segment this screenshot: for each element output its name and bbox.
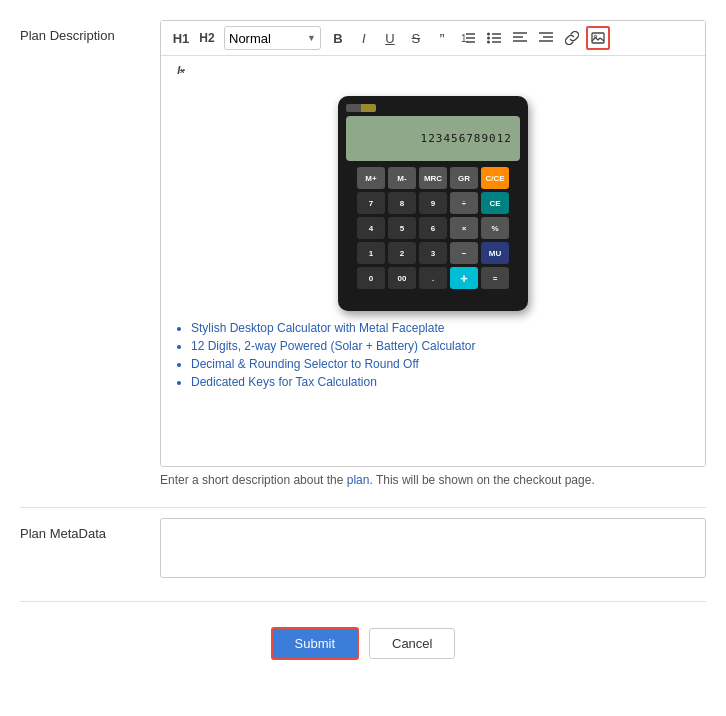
plan-metadata-label: Plan MetaData — [20, 518, 160, 541]
calc-btn-5: 5 — [388, 217, 416, 239]
calc-display: 123456789012 — [346, 116, 520, 161]
ordered-list-button[interactable]: 1. — [456, 26, 480, 50]
bullet-item-4: Dedicated Keys for Tax Calculation — [191, 375, 695, 389]
calc-btn-00: 00 — [388, 267, 416, 289]
editor-toolbar: H1 H2 Normal Heading 1 Heading 2 Heading… — [161, 21, 705, 56]
calc-btn-mrc: MRC — [419, 167, 447, 189]
calc-btn-2: 2 — [388, 242, 416, 264]
clear-format-button[interactable]: Ix — [169, 58, 193, 82]
calculator-image-container: 123456789012 M+ M- MRC GR C/CE — [171, 96, 695, 311]
image-button[interactable] — [586, 26, 610, 50]
calc-btn-mu: MU — [481, 242, 509, 264]
unordered-list-button[interactable] — [482, 26, 506, 50]
bullet-item-2: 12 Digits, 2-way Powered (Solar + Batter… — [191, 339, 695, 353]
bullet-list: Stylish Desktop Calculator with Metal Fa… — [171, 321, 695, 389]
cancel-button[interactable]: Cancel — [369, 628, 455, 659]
calculator-graphic: 123456789012 M+ M- MRC GR C/CE — [338, 96, 528, 311]
calc-btn-div: ÷ — [450, 192, 478, 214]
calc-btn-pct: % — [481, 217, 509, 239]
svg-rect-16 — [592, 33, 604, 43]
format-select[interactable]: Normal Heading 1 Heading 2 Heading 3 Pre… — [229, 31, 319, 46]
calc-btn-9: 9 — [419, 192, 447, 214]
calc-btn-3: 3 — [419, 242, 447, 264]
toolbar-row2: Ix — [161, 56, 705, 86]
page-wrapper: Plan Description H1 H2 Normal Heading 1 … — [0, 0, 726, 695]
align-right-button[interactable] — [534, 26, 558, 50]
quote-button[interactable]: ” — [430, 26, 454, 50]
calc-btn-dot: . — [419, 267, 447, 289]
hint-text: Enter a short description about the plan… — [160, 473, 706, 487]
underline-button[interactable]: U — [378, 26, 402, 50]
calc-btn-mm: M- — [388, 167, 416, 189]
plan-description-label: Plan Description — [20, 20, 160, 43]
plan-metadata-row: Plan MetaData — [20, 518, 706, 581]
calc-btn-4: 4 — [357, 217, 385, 239]
svg-point-5 — [487, 37, 490, 40]
submit-button[interactable]: Submit — [271, 627, 359, 660]
bullet-item-1: Stylish Desktop Calculator with Metal Fa… — [191, 321, 695, 335]
divider-1 — [20, 507, 706, 508]
calc-btn-mp: M+ — [357, 167, 385, 189]
calc-btn-plus: + — [450, 267, 478, 289]
plan-description-row: Plan Description H1 H2 Normal Heading 1 … — [20, 20, 706, 487]
align-left-button[interactable] — [508, 26, 532, 50]
calc-btn-ce: CE — [481, 192, 509, 214]
hint-before: Enter a short description about the — [160, 473, 347, 487]
svg-point-4 — [487, 33, 490, 36]
calc-btn-6: 6 — [419, 217, 447, 239]
bullet-item-3: Decimal & Rounding Selector to Round Off — [191, 357, 695, 371]
plan-description-field: H1 H2 Normal Heading 1 Heading 2 Heading… — [160, 20, 706, 487]
calc-btn-x: × — [450, 217, 478, 239]
editor-content[interactable]: 123456789012 M+ M- MRC GR C/CE — [161, 86, 705, 466]
calc-btn-eq: = — [481, 267, 509, 289]
svg-point-6 — [487, 41, 490, 44]
calc-btn-8: 8 — [388, 192, 416, 214]
form-actions: Submit Cancel — [20, 612, 706, 675]
divider-2 — [20, 601, 706, 602]
strikethrough-button[interactable]: S — [404, 26, 428, 50]
calc-btn-1: 1 — [357, 242, 385, 264]
metadata-textarea[interactable] — [160, 518, 706, 578]
calc-btn-0: 0 — [357, 267, 385, 289]
bold-button[interactable]: B — [326, 26, 350, 50]
editor-wrapper: H1 H2 Normal Heading 1 Heading 2 Heading… — [160, 20, 706, 467]
link-button[interactable] — [560, 26, 584, 50]
h1-button[interactable]: H1 — [169, 26, 193, 50]
h2-button[interactable]: H2 — [195, 26, 219, 50]
format-select-wrap[interactable]: Normal Heading 1 Heading 2 Heading 3 Pre… — [224, 26, 321, 50]
hint-highlight: plan — [347, 473, 370, 487]
italic-button[interactable]: I — [352, 26, 376, 50]
calc-btn-minus: − — [450, 242, 478, 264]
calc-btn-gr: GR — [450, 167, 478, 189]
plan-metadata-field — [160, 518, 706, 581]
hint-after: . This will be shown on the checkout pag… — [369, 473, 594, 487]
calc-buttons: M+ M- MRC GR C/CE 7 8 9 — [346, 167, 520, 289]
calc-btn-c: C/CE — [481, 167, 509, 189]
calc-btn-7: 7 — [357, 192, 385, 214]
